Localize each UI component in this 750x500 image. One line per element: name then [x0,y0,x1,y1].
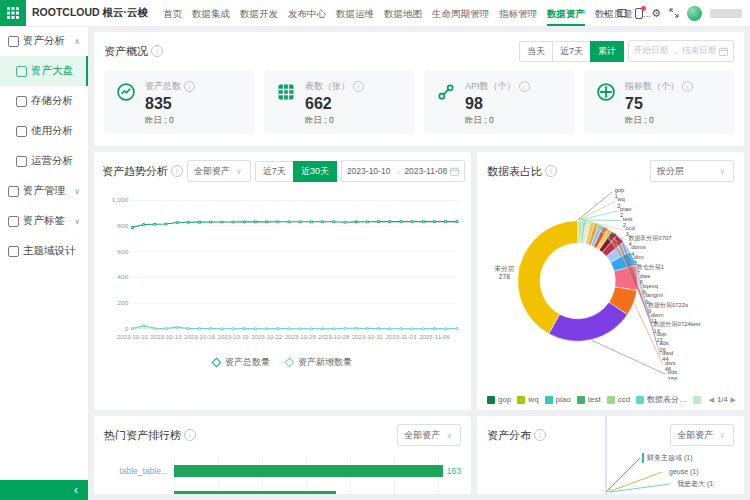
nav-item[interactable]: 指标管理 [494,1,542,26]
sidebar-collapse-button[interactable]: ‹ [0,480,88,500]
user-avatar[interactable] [687,6,702,21]
pie-legend-item[interactable]: ccd [607,394,630,405]
svg-text:2023-11-06: 2023-11-06 [419,334,450,340]
card-sub: 昨日 : 0 [305,115,364,127]
tree-node-label[interactable]: 我是老大 (1) [677,480,714,488]
svg-text:400: 400 [117,274,129,281]
chevron-down-icon: ∨ [74,217,82,226]
info-icon[interactable]: i [184,429,196,441]
info-icon[interactable]: i [519,81,530,92]
operation-icon [16,156,27,167]
trend-date-range-picker[interactable]: 2023-10-10 → 2023-11-08 [341,160,465,182]
sidebar-group-asset-tags[interactable]: 资产标签 ∨ [0,206,88,236]
nav-item[interactable]: 数据质量 [590,1,638,26]
sidebar-group-theme-design[interactable]: 主题域设计 [0,236,88,266]
info-icon[interactable]: i [171,165,183,177]
svg-text:0: 0 [125,325,129,332]
panel-table-ratio: 数据表占比 i 按分层 ∨ gop1wq2piao2test2ccd3数据表分层… [477,152,744,410]
overview-title: 资产概况 i [104,44,163,59]
svg-text:600: 600 [117,248,129,255]
info-icon[interactable]: i [682,81,693,92]
plus-icon[interactable]: + [603,8,609,19]
window-icon[interactable] [617,8,627,18]
sidebar-group-asset-analysis[interactable]: 资产分析 ∧ [0,26,88,56]
pager-next-icon[interactable]: ▶ [731,396,736,404]
info-icon[interactable]: i [184,81,195,92]
nav-item[interactable]: 数据运维 [331,1,379,26]
pie-title: 数据表占比 i [487,164,557,179]
nav-item[interactable]: 数据地图 [379,1,427,26]
app-logo[interactable] [0,0,26,26]
legend-item[interactable]: 资产总数量 [213,356,270,369]
card-sub: 昨日 : 0 [625,115,693,127]
pager-prev-icon[interactable]: ◀ [709,396,714,404]
svg-text:2023-10-31: 2023-10-31 [352,334,383,340]
info-icon[interactable]: i [353,81,364,92]
device-notification-icon[interactable] [635,8,643,19]
tag-icon [8,216,19,227]
tree-node-label[interactable]: 财务主题域 (1) [647,453,693,462]
settings-gear-icon[interactable]: ⚙ [651,8,661,19]
donut-slice[interactable] [518,221,578,334]
pie-legend-item[interactable]: 数据表分层0707 [636,394,687,405]
ranking-asset-select[interactable]: 全部资产 ∨ [397,424,461,446]
sidebar-group-asset-management[interactable]: 资产管理 ∨ [0,176,88,206]
range-tab-button[interactable]: 当天 [519,41,553,62]
tree-node-label[interactable]: geuse (1) [669,468,699,476]
svg-text:2023-10-22: 2023-10-22 [251,334,282,340]
range-tab-button[interactable]: 累计 [590,41,624,62]
sidebar-group-label: 资产管理 [23,184,65,198]
range-tab-button[interactable]: 近30天 [293,161,337,182]
pie-legend-item[interactable]: gop [487,394,511,405]
sidebar-item-operation-analysis[interactable]: 运营分析 [0,146,88,176]
donut-slice[interactable] [549,302,628,341]
date-start-value: 2023-10-10 [347,166,390,176]
sidebar-item-usage-analysis[interactable]: 使用分析 [0,116,88,146]
pie-legend-item[interactable]: piao [545,394,571,405]
table-ratio-donut-chart: gop1wq2piao2test2ccd3数据表分层07074doms4dim5… [485,182,738,380]
pie-layer-select[interactable]: 按分层 ∨ [650,160,734,182]
chevron-down-icon: ∨ [236,167,244,176]
username-redacted [710,9,742,18]
range-tab-button[interactable]: 近7天 [552,41,591,62]
pie-legend-item[interactable]: wq [517,394,538,405]
overview-date-range-picker[interactable]: 开始日期 → 结束日期 [628,40,734,62]
sidebar-item-storage-analysis[interactable]: 存储分析 [0,86,88,116]
svg-text:2023-10-25: 2023-10-25 [285,334,316,340]
stat-cards: 资产总数i 835 昨日 : 0 表数（张）i 662 昨日 : 0 [104,70,734,134]
usage-icon [16,126,27,137]
ranking-asset-link[interactable]: asr_ror... [104,492,174,494]
info-icon[interactable]: i [545,165,557,177]
legend-item[interactable]: 资产新增数量 [286,356,352,369]
ranking-bar [174,465,443,477]
trend-range-tabs: 近7天近30天 [255,161,337,182]
card-sub: 昨日 : 0 [145,115,195,127]
card-value: 75 [625,95,693,113]
range-tab-button[interactable]: 近7天 [255,161,294,182]
pie-legend-item[interactable]: test [577,394,601,405]
pie-legend-item[interactable]: doms [693,394,703,405]
ranking-asset-link[interactable]: table_table... [104,466,174,476]
panel-asset-trend: 资产趋势分析 i 全部资产 ∨ 近7天近30天 2023-10-10 → 202… [94,152,471,410]
sidebar: 资产分析 ∧ 资产大盘 存储分析 使用分析 运营分析 资产管理 ∨ 资产标签 ∨… [0,26,89,500]
card-sub: 昨日 : 0 [465,115,530,127]
nav-item[interactable]: 数据开发 [235,1,283,26]
trend-asset-select[interactable]: 全部资产 ∨ [187,160,251,182]
sidebar-item-asset-dashboard[interactable]: 资产大盘 [0,56,88,86]
calendar-icon [719,47,728,56]
fullscreen-icon[interactable] [669,8,679,18]
nav-item[interactable]: 数据集成 [187,1,235,26]
nav-item[interactable]: 首页 [158,1,187,26]
sidebar-group-label: 主题域设计 [23,244,76,258]
asset-total-icon [116,82,136,124]
nav-item[interactable]: 发布中心 [283,1,331,26]
svg-text:2023-10-10: 2023-10-10 [117,334,148,340]
trend-line-chart: 02004006008001,0002023-10-102023-10-1320… [102,186,463,354]
info-icon[interactable]: i [151,45,163,57]
ranking-row: asr_ror...96 [104,484,461,494]
nav-item[interactable]: 生命周期管理 [427,1,494,26]
stat-card-metric-count: 指标数（个）i 75 昨日 : 0 [584,70,734,134]
nav-item[interactable]: 数据资产 [542,1,590,26]
grid-icon [7,7,19,19]
stat-card-asset-total: 资产总数i 835 昨日 : 0 [104,70,254,134]
